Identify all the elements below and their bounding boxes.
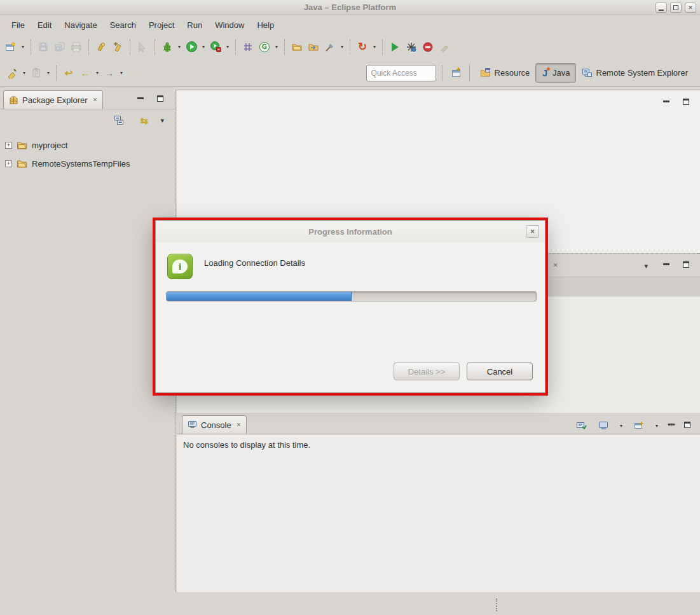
minimize-view-button[interactable] — [661, 261, 671, 270]
save-icon[interactable] — [36, 39, 51, 55]
menu-edit[interactable]: Edit — [31, 17, 58, 33]
link-with-editor-icon[interactable]: ⇆ — [136, 112, 151, 128]
open-console-icon[interactable] — [631, 417, 647, 434]
new-wizard-icon[interactable] — [3, 39, 18, 55]
perspective-label: Resource — [495, 68, 530, 78]
close-icon[interactable]: ✕ — [553, 262, 558, 268]
chevron-down-icon[interactable]: ▾ — [118, 65, 125, 81]
menu-project[interactable]: Project — [142, 17, 181, 33]
last-edit-location-icon[interactable]: ↩ — [61, 65, 76, 81]
chevron-down-icon[interactable]: ▾ — [93, 65, 101, 81]
window-close-button[interactable]: ✕ — [685, 3, 696, 13]
expander-icon[interactable]: + — [5, 160, 12, 167]
resource-perspective-icon — [480, 67, 491, 78]
gold-badge-plus-icon[interactable] — [110, 39, 125, 55]
menu-search[interactable]: Search — [104, 17, 142, 33]
menu-file[interactable]: File — [5, 17, 31, 33]
tab-package-explorer[interactable]: Package Explorer ✕ — [3, 90, 103, 109]
forward-arrow-icon[interactable]: → — [102, 65, 117, 81]
menu-window[interactable]: Window — [209, 17, 250, 33]
chevron-down-icon[interactable]: ▾ — [45, 65, 52, 81]
minimize-icon — [137, 97, 144, 99]
toolbar-separator — [130, 39, 130, 55]
letter-g-icon[interactable]: G — [257, 39, 272, 55]
toolbar-separator — [382, 39, 383, 55]
chevron-down-icon[interactable]: ▾ — [338, 39, 346, 55]
maximize-icon — [683, 99, 689, 105]
cursor-arrow-icon[interactable] — [135, 39, 150, 55]
splitter-handle[interactable] — [496, 598, 497, 611]
window-minimize-button[interactable] — [655, 3, 667, 13]
menu-navigate[interactable]: Navigate — [58, 17, 103, 33]
debug-bug-icon[interactable] — [160, 39, 175, 55]
refresh-icon[interactable]: ↻ — [355, 39, 370, 55]
menu-help[interactable]: Help — [250, 17, 280, 33]
quick-access-input[interactable] — [366, 65, 436, 81]
sparkle-icon[interactable] — [404, 39, 419, 55]
info-icon: i — [167, 254, 193, 279]
chevron-down-icon[interactable]: ▾ — [653, 417, 661, 434]
minimize-view-button[interactable] — [661, 98, 671, 107]
maximize-view-button[interactable] — [681, 261, 691, 270]
package-explorer-toolbar: ⇆ ▾ — [1, 109, 175, 131]
chevron-down-icon[interactable]: ▾ — [175, 39, 183, 55]
eclipse-window: Java – Eclipse Platform ✕ File Edit Navi… — [0, 0, 700, 615]
cancel-button[interactable]: Cancel — [467, 363, 533, 380]
chevron-down-icon[interactable]: ▾ — [224, 39, 231, 55]
dialog-titlebar: Progress Information ✕ — [156, 221, 545, 242]
folder-import-icon[interactable] — [306, 39, 321, 55]
dialog-close-button[interactable]: ✕ — [526, 225, 539, 238]
chevron-down-icon[interactable]: ▾ — [371, 39, 378, 55]
save-all-icon[interactable] — [52, 39, 67, 55]
collapse-all-icon[interactable] — [111, 112, 127, 128]
open-folder-icon[interactable] — [289, 39, 305, 55]
chevron-down-icon[interactable]: ▾ — [19, 39, 27, 55]
return-arrow-glyph: ↩ — [65, 68, 73, 78]
menu-run[interactable]: Run — [181, 17, 209, 33]
view-menu-icon[interactable]: ▾ — [644, 262, 648, 270]
expander-icon[interactable]: + — [5, 142, 12, 149]
maximize-view-button[interactable] — [682, 421, 692, 430]
perspective-divider — [469, 64, 470, 82]
pencil-gold-icon[interactable] — [4, 65, 20, 81]
gold-badge-icon[interactable] — [93, 39, 109, 55]
chevron-down-icon[interactable]: ▾ — [617, 417, 625, 434]
run-icon[interactable] — [184, 39, 199, 55]
back-arrow-icon[interactable]: ← — [78, 65, 93, 81]
clipboard-icon[interactable] — [29, 65, 44, 81]
print-icon[interactable] — [69, 39, 84, 55]
paintbrush-icon[interactable] — [322, 39, 338, 55]
details-button[interactable]: Details >> — [394, 363, 460, 380]
window-title: Java – Eclipse Platform — [304, 3, 396, 12]
close-icon[interactable]: ✕ — [93, 97, 98, 103]
tree-item-myproject[interactable]: + myproject — [1, 136, 175, 155]
maximize-view-button[interactable] — [155, 95, 165, 104]
tree-item-remotesystemstempfiles[interactable]: + RemoteSystemsTempFiles — [1, 155, 175, 173]
view-menu-icon[interactable]: ▾ — [160, 116, 164, 125]
chevron-down-icon[interactable]: ▾ — [200, 39, 207, 55]
close-icon[interactable]: ✕ — [237, 422, 242, 428]
tab-console[interactable]: Console ✕ — [182, 415, 247, 434]
window-maximize-button[interactable] — [670, 3, 682, 13]
perspective-java[interactable]: J Java — [535, 63, 575, 83]
chevron-down-icon[interactable]: ▾ — [20, 65, 28, 81]
perspective-label: Remote System Explorer — [596, 68, 689, 78]
pin-console-icon[interactable] — [573, 417, 589, 434]
console-tabrow: Console ✕ ▾ ▾ — [177, 413, 700, 434]
external-tools-icon[interactable] — [208, 39, 223, 55]
perspective-resource[interactable]: Resource — [474, 63, 536, 83]
open-perspective-icon[interactable] — [449, 65, 464, 81]
maximize-view-button[interactable] — [681, 98, 691, 107]
window-controls: ✕ — [655, 3, 696, 13]
console-message: No consoles to display at this time. — [183, 440, 310, 450]
perspective-remote-system-explorer[interactable]: Remote System Explorer — [576, 63, 694, 83]
pencil-gray-icon[interactable] — [437, 39, 452, 55]
minimize-view-button[interactable] — [135, 95, 146, 104]
view-controls — [135, 95, 165, 104]
launch-play-icon[interactable] — [387, 39, 402, 55]
terminate-stop-icon[interactable] — [420, 39, 436, 55]
grid-icon[interactable] — [240, 39, 256, 55]
minimize-view-button[interactable] — [666, 421, 676, 430]
display-console-icon[interactable] — [596, 417, 611, 434]
chevron-down-icon[interactable]: ▾ — [273, 39, 280, 55]
